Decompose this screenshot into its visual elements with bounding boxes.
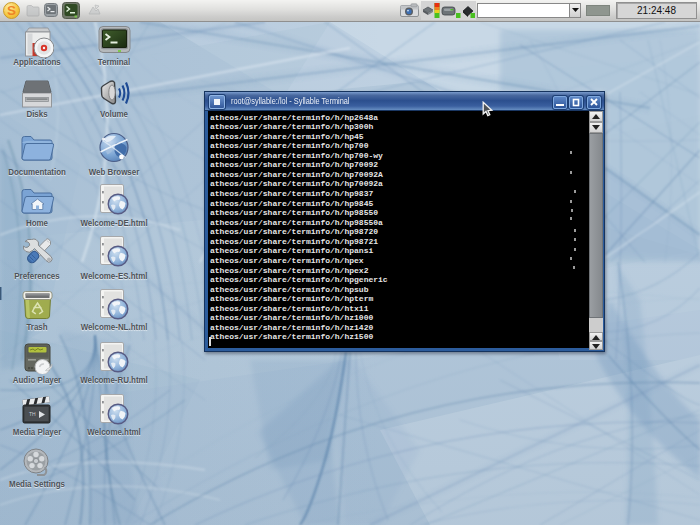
svg-text:TH: TH xyxy=(29,411,36,417)
svg-text:S: S xyxy=(7,3,16,18)
